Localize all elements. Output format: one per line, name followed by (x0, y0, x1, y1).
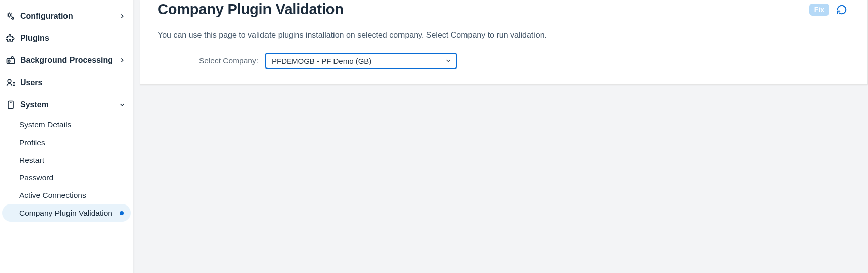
panel-header: Company Plugin Validation Fix (158, 0, 849, 31)
svg-point-1 (12, 18, 14, 19)
sidebar-subitem-company-plugin-validation[interactable]: Company Plugin Validation (2, 204, 131, 222)
sidebar-subitem-system-details[interactable]: System Details (2, 116, 131, 133)
sidebar-item-label: Configuration (20, 12, 115, 21)
system-subnav: System Details Profiles Restart Password… (2, 116, 131, 222)
device-icon (5, 99, 16, 110)
select-company-wrap: PFDEMOGB - PF Demo (GB) (265, 53, 457, 69)
puzzle-icon (5, 33, 16, 44)
sidebar-subitem-password[interactable]: Password (2, 169, 131, 186)
sidebar-subitem-profiles[interactable]: Profiles (2, 133, 131, 151)
svg-point-4 (12, 57, 13, 58)
processing-icon (5, 55, 16, 66)
page-title: Company Plugin Validation (158, 1, 344, 18)
sidebar-subitem-label: Password (19, 173, 53, 182)
sidebar-item-system[interactable]: System (2, 94, 131, 116)
select-company-row: Select Company: PFDEMOGB - PF Demo (GB) (158, 53, 849, 69)
fix-button[interactable]: Fix (809, 4, 829, 16)
chevron-down-icon (119, 101, 126, 108)
header-actions: Fix (809, 2, 849, 17)
sidebar-item-label: Plugins (20, 34, 126, 43)
sidebar-subitem-label: Restart (19, 156, 44, 165)
select-company-value: PFDEMOGB - PF Demo (GB) (272, 57, 371, 65)
content-panel: Company Plugin Validation Fix You can us… (140, 0, 868, 85)
chevron-right-icon (119, 57, 126, 64)
chevron-right-icon (119, 13, 126, 20)
gears-icon (5, 11, 16, 22)
sidebar-subitem-label: System Details (19, 120, 71, 129)
svg-point-0 (8, 14, 11, 16)
svg-point-5 (8, 79, 11, 83)
refresh-button[interactable] (834, 2, 849, 17)
users-icon (5, 77, 16, 88)
refresh-icon (836, 4, 847, 15)
sidebar-subitem-restart[interactable]: Restart (2, 151, 131, 169)
sidebar-item-configuration[interactable]: Configuration (2, 5, 131, 27)
sidebar-item-users[interactable]: Users (2, 72, 131, 94)
sidebar: Configuration Plugins Background Process… (0, 0, 133, 273)
page-description: You can use this page to validate plugin… (158, 31, 849, 40)
sidebar-subitem-active-connections[interactable]: Active Connections (2, 186, 131, 204)
sidebar-item-background-processing[interactable]: Background Processing (2, 49, 131, 72)
sidebar-subitem-label: Active Connections (19, 191, 86, 200)
sidebar-subitem-label: Company Plugin Validation (19, 209, 112, 218)
select-company-label: Select Company: (158, 56, 258, 65)
sidebar-item-label: Users (20, 78, 126, 87)
sidebar-item-label: System (20, 100, 115, 109)
sidebar-subitem-label: Profiles (19, 138, 45, 147)
select-company-dropdown[interactable]: PFDEMOGB - PF Demo (GB) (265, 53, 457, 69)
sidebar-item-label: Background Processing (20, 56, 115, 65)
sidebar-item-plugins[interactable]: Plugins (2, 27, 131, 49)
main-content: Company Plugin Validation Fix You can us… (133, 0, 868, 273)
